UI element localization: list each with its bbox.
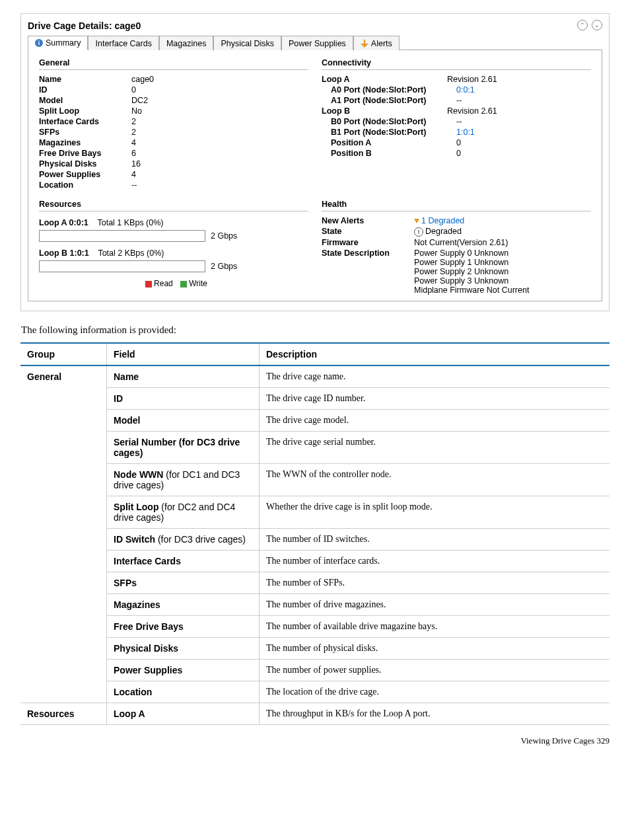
- cell-desc: The throughput in KB/s for the Loop A po…: [260, 703, 610, 724]
- table-row: SFPsThe number of SFPs.: [20, 572, 610, 593]
- cell-desc: The drive cage serial number.: [260, 431, 610, 463]
- cell-desc: The WWN of the controller node.: [260, 463, 610, 496]
- value-fw: Not Current(Version 2.61): [414, 238, 508, 247]
- health-col: Health New Alerts 1 Degraded State !Degr…: [322, 200, 591, 295]
- label-posb: Position B: [322, 149, 456, 158]
- table-row: Power SuppliesThe number of power suppli…: [20, 659, 610, 681]
- value-sd: Power Supply 0 Unknown Power Supply 1 Un…: [414, 248, 529, 295]
- write-swatch: [180, 281, 187, 287]
- cell-field: Power Supplies: [107, 659, 260, 681]
- cell-desc: The number of power supplies.: [260, 659, 610, 681]
- cell-desc: Whether the drive cage is in split loop …: [260, 496, 610, 528]
- cell-field: Free Drive Bays: [107, 615, 260, 637]
- cell-desc: The number of drive magazines.: [260, 593, 610, 615]
- field-description-table: Group Field Description General Name The…: [20, 342, 610, 725]
- value-sfps: 2: [131, 128, 308, 137]
- value-posb: 0: [456, 149, 591, 158]
- cell-field: Interface Cards: [107, 550, 260, 572]
- table-row: LocationThe location of the drive cage.: [20, 681, 610, 703]
- value-new-alerts[interactable]: 1 Degraded: [414, 216, 464, 225]
- cell-field: SFPs: [107, 572, 260, 593]
- tab-content: General Namecage0 ID0 ModelDC2 Split Loo…: [28, 50, 602, 301]
- tab-bar: i Summary Interface Cards Magazines Phys…: [28, 35, 602, 50]
- loopa-stat: Total 1 KBps (0%): [97, 218, 163, 227]
- loopb-stat: Total 2 KBps (0%): [98, 248, 164, 258]
- health-head: Health: [322, 200, 591, 211]
- tab-alerts[interactable]: Alerts: [353, 36, 400, 50]
- value-fdb: 6: [131, 149, 308, 158]
- value-loopa-rev: Revision 2.61: [447, 75, 591, 84]
- label-loopb: Loop B: [322, 106, 447, 116]
- resources-col: Resources Loop A 0:0:1 Total 1 KBps (0%)…: [39, 200, 308, 295]
- value-name: cage0: [131, 75, 308, 84]
- th-desc: Description: [260, 343, 610, 365]
- label-ifcards: Interface Cards: [39, 117, 131, 126]
- intro-text: The following information is provided:: [20, 325, 610, 336]
- conn-head: Connectivity: [322, 58, 591, 70]
- table-row: ModelThe drive cage model.: [20, 409, 610, 431]
- value-state: !Degraded: [414, 227, 462, 237]
- value-a0[interactable]: 0:0:1: [456, 85, 591, 95]
- label-sfps: SFPs: [39, 128, 131, 137]
- table-row: ID Switch (for DC3 drive cages)The numbe…: [20, 528, 610, 550]
- value-id: 0: [131, 85, 308, 95]
- cell-desc: The number of SFPs.: [260, 572, 610, 593]
- label-fdb: Free Drive Bays: [39, 149, 131, 158]
- cell-desc: The number of physical disks.: [260, 637, 610, 659]
- cell-group-general: General: [20, 365, 107, 703]
- label-name: Name: [39, 75, 131, 84]
- label-new-alerts: New Alerts: [322, 216, 414, 225]
- value-loopb-rev: Revision 2.61: [447, 106, 591, 116]
- cell-field: Location: [107, 681, 260, 703]
- connectivity-column: Connectivity Loop ARevision 2.61 A0 Port…: [322, 58, 591, 190]
- value-pdisks: 16: [131, 159, 308, 169]
- label-pdisks: Physical Disks: [39, 159, 131, 169]
- loopb-bar: [39, 260, 205, 272]
- value-mags: 4: [131, 138, 308, 147]
- collapse-icon[interactable]: ⌃: [577, 20, 588, 30]
- value-ifcards: 2: [131, 117, 308, 126]
- general-column: General Namecage0 ID0 ModelDC2 Split Loo…: [39, 58, 308, 190]
- table-head-row: Group Field Description: [20, 343, 610, 365]
- expand-icon[interactable]: ⌄: [592, 20, 602, 30]
- loopa-bar: [39, 230, 205, 242]
- cell-field: ID: [107, 387, 260, 409]
- label-sd: State Description: [322, 248, 414, 295]
- table-row: MagazinesThe number of drive magazines.: [20, 593, 610, 615]
- value-model: DC2: [131, 96, 308, 105]
- table-row: IDThe drive cage ID number.: [20, 387, 610, 409]
- label-fw: Firmware: [322, 238, 414, 247]
- label-psup: Power Supplies: [39, 170, 131, 179]
- info-icon: i: [35, 39, 43, 47]
- loopa-label: Loop A 0:0:1: [39, 218, 88, 227]
- cell-field: ID Switch (for DC3 drive cages): [107, 528, 260, 550]
- table-row: Serial Number (for DC3 drive cages)The d…: [20, 431, 610, 463]
- tab-physical-disks[interactable]: Physical Disks: [213, 36, 281, 50]
- tab-summary[interactable]: i Summary: [28, 36, 88, 50]
- read-swatch: [145, 281, 152, 287]
- cell-desc: The drive cage name.: [260, 365, 610, 388]
- tab-interface-cards[interactable]: Interface Cards: [88, 36, 158, 50]
- label-loc: Location: [39, 180, 131, 190]
- cell-desc: The drive cage ID number.: [260, 387, 610, 409]
- value-b1[interactable]: 1:0:1: [456, 128, 591, 137]
- tab-summary-label: Summary: [46, 38, 81, 48]
- tab-magazines[interactable]: Magazines: [159, 36, 213, 50]
- cell-group-resources: Resources: [20, 703, 107, 724]
- label-loopa: Loop A: [322, 75, 447, 84]
- label-splitloop: Split Loop: [39, 106, 131, 116]
- label-posa: Position A: [322, 138, 456, 147]
- drive-cage-panel: ⌃ ⌄ Drive Cage Details: cage0 i Summary …: [20, 13, 610, 311]
- label-b0: B0 Port (Node:Slot:Port): [322, 117, 456, 126]
- tab-power-supplies[interactable]: Power Supplies: [281, 36, 353, 50]
- table-row: Node WWN (for DC1 and DC3 drive cages)Th…: [20, 463, 610, 496]
- th-group: Group: [20, 343, 107, 365]
- value-splitloop: No: [131, 106, 308, 116]
- degraded-status-icon: !: [414, 227, 423, 237]
- label-id: ID: [39, 85, 131, 95]
- value-b0: --: [456, 117, 591, 126]
- table-row: Physical DisksThe number of physical dis…: [20, 637, 610, 659]
- value-loc: --: [131, 180, 308, 190]
- table-row: Split Loop (for DC2 and DC4 drive cages)…: [20, 496, 610, 528]
- th-field: Field: [107, 343, 260, 365]
